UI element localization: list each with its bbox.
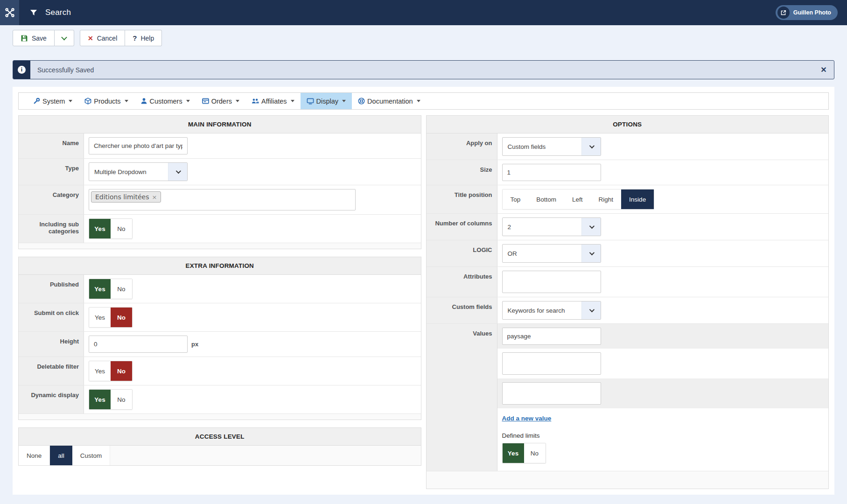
- submit-on-click-label: Submit on click: [19, 303, 84, 331]
- joomla-logo[interactable]: [0, 0, 19, 25]
- menu-item-orders[interactable]: Orders: [196, 93, 245, 109]
- card-list-icon: [202, 98, 209, 105]
- row-submit-on-click: Submit on click Yes No: [19, 303, 421, 332]
- size-input[interactable]: [502, 164, 601, 181]
- chevron-down-icon: [589, 250, 594, 255]
- user-icon: [140, 98, 147, 105]
- menu-item-affiliates[interactable]: Affiliates: [245, 93, 301, 109]
- value-input-1[interactable]: [502, 328, 601, 345]
- wrench-icon: [33, 98, 40, 105]
- toggle-yes[interactable]: Yes: [89, 361, 111, 381]
- toggle-no[interactable]: No: [111, 219, 132, 238]
- custom-fields-select[interactable]: Keywords for search: [502, 301, 601, 320]
- title-position-inside[interactable]: Inside: [621, 189, 654, 209]
- title-position-top[interactable]: Top: [503, 189, 529, 209]
- toggle-no[interactable]: No: [111, 390, 132, 409]
- title-position-right[interactable]: Right: [591, 189, 622, 209]
- row-attributes: Attributes: [427, 267, 829, 297]
- custom-fields-label: Custom fields: [427, 297, 497, 323]
- panel-title: EXTRA INFORMATION: [19, 257, 421, 275]
- right-column: OPTIONS Apply on Custom fields Size: [426, 115, 829, 489]
- menu-item-documentation[interactable]: Documentation: [352, 93, 427, 109]
- select-chevron-area: [168, 163, 187, 181]
- left-column: MAIN INFORMATION Name Type Multiple Drop…: [18, 115, 421, 489]
- menu-item-products[interactable]: Products: [78, 93, 134, 109]
- value-input-2[interactable]: [502, 352, 601, 375]
- menu-item-display[interactable]: Display: [301, 93, 352, 109]
- row-dynamic-display: Dynamic display Yes No: [19, 385, 421, 414]
- menu-item-customers[interactable]: Customers: [134, 93, 196, 109]
- caret-down-icon: [236, 100, 239, 102]
- logic-value: OR: [503, 250, 581, 257]
- toggle-yes[interactable]: Yes: [89, 308, 111, 327]
- toggle-no[interactable]: No: [111, 361, 132, 381]
- cancel-button[interactable]: ✕ Cancel: [80, 30, 125, 46]
- attributes-label: Attributes: [427, 267, 497, 297]
- select-chevron-area: [581, 245, 601, 262]
- category-multiselect[interactable]: Editions limitées ×: [89, 189, 356, 210]
- apply-on-select[interactable]: Custom fields: [502, 137, 601, 156]
- help-button[interactable]: ? Help: [125, 30, 162, 46]
- sub-categories-label: Including sub categories: [19, 215, 84, 243]
- row-custom-fields: Custom fields Keywords for search: [427, 297, 829, 324]
- dynamic-display-toggle: Yes No: [89, 389, 133, 410]
- save-icon: [21, 35, 28, 42]
- number-of-columns-select[interactable]: 2: [502, 217, 601, 236]
- toggle-yes[interactable]: Yes: [503, 443, 524, 463]
- alert-icon-block: i: [13, 61, 30, 79]
- access-all-button[interactable]: all: [50, 446, 72, 465]
- site-preview-button[interactable]: Guillen Photo: [776, 5, 838, 20]
- cancel-label: Cancel: [97, 35, 118, 42]
- attributes-input[interactable]: [502, 271, 601, 293]
- toggle-yes[interactable]: Yes: [89, 219, 111, 238]
- toggle-no[interactable]: No: [111, 279, 132, 299]
- type-select[interactable]: Multiple Dropdown: [89, 162, 188, 181]
- filter-icon[interactable]: [29, 8, 38, 17]
- content-container: System Products Customers: [13, 87, 834, 495]
- title-position-left[interactable]: Left: [564, 189, 591, 209]
- menu-label: Display: [316, 98, 339, 105]
- toggle-yes[interactable]: Yes: [89, 279, 111, 299]
- external-link-icon: [777, 7, 790, 19]
- save-dropdown-toggle[interactable]: [55, 30, 74, 46]
- height-input[interactable]: [89, 336, 188, 353]
- select-chevron-area: [581, 218, 601, 236]
- toggle-no[interactable]: No: [111, 308, 132, 327]
- chevron-down-icon: [61, 35, 67, 41]
- values-label: Values: [427, 324, 497, 471]
- access-level-group: None all Custom: [19, 446, 421, 465]
- access-none-button[interactable]: None: [19, 446, 50, 465]
- panel-footer: [427, 471, 829, 489]
- panel-title: MAIN INFORMATION: [19, 116, 421, 133]
- panel-title: ACCESS LEVEL: [19, 428, 421, 446]
- deletable-filter-label: Deletable filter: [19, 357, 84, 385]
- chevron-down-icon: [589, 143, 594, 148]
- toggle-no[interactable]: No: [524, 443, 546, 463]
- add-new-value-link[interactable]: Add a new value: [502, 415, 552, 422]
- info-icon: i: [18, 66, 26, 74]
- alert-close-button[interactable]: ✕: [813, 61, 834, 79]
- cancel-icon: ✕: [88, 35, 93, 42]
- submit-on-click-toggle: Yes No: [89, 307, 133, 328]
- life-ring-icon: [358, 98, 365, 105]
- help-label: Help: [140, 35, 154, 42]
- caret-down-icon: [417, 100, 420, 102]
- chip-remove-icon[interactable]: ×: [152, 194, 157, 201]
- toggle-yes[interactable]: Yes: [89, 390, 111, 409]
- value-input-3[interactable]: [502, 382, 601, 405]
- save-button[interactable]: Save: [13, 30, 55, 46]
- caret-down-icon: [69, 100, 72, 102]
- menu-item-system[interactable]: System: [27, 93, 78, 109]
- type-label: Type: [19, 159, 84, 185]
- select-chevron-area: [581, 138, 601, 155]
- access-custom-button[interactable]: Custom: [72, 446, 111, 465]
- row-logic: LOGIC OR: [427, 240, 829, 267]
- title-position-group: Top Bottom Left Right Inside: [502, 189, 655, 210]
- top-bar: Search Guillen Photo: [0, 0, 847, 25]
- name-input[interactable]: [89, 137, 188, 154]
- site-name-label: Guillen Photo: [793, 9, 831, 16]
- published-label: Published: [19, 275, 84, 303]
- logic-select[interactable]: OR: [502, 244, 601, 263]
- value-row: [497, 349, 829, 378]
- title-position-bottom[interactable]: Bottom: [528, 189, 564, 209]
